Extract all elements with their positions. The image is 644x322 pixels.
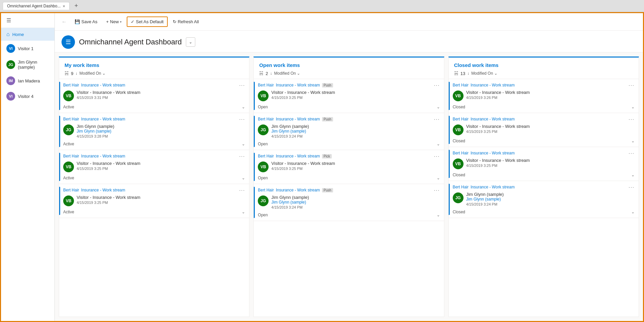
back-button[interactable]: ← — [59, 17, 70, 26]
expand-button[interactable]: ⌄ — [631, 210, 635, 214]
sidebar-item-home[interactable]: ⌂ Home — [1, 28, 54, 41]
expand-button[interactable]: ⌄ — [242, 105, 245, 109]
column-header: My work items ☵ 9 ↓ Modified On ⌄ — [59, 58, 249, 79]
sidebar-item-jimglynn[interactable]: JG Jim Glynn (sample) — [1, 56, 54, 73]
card-accent — [59, 187, 60, 215]
card-body: VB Visitor - Insurance - Work stream 4/1… — [258, 90, 440, 101]
new-button[interactable]: + New ▾ — [103, 17, 126, 27]
sidebar-item-visitor1[interactable]: VI Visitor 1 — [1, 41, 54, 56]
workstream-name[interactable]: Insurance - Work stream — [471, 185, 515, 189]
more-options-button[interactable]: ··· — [629, 184, 635, 190]
item-subtitle[interactable]: Jim Glynn (sample) — [466, 197, 635, 202]
browser-tab[interactable]: Omnichannel Agent Dashbo... ✕ — [3, 2, 70, 10]
item-title: Visitor - Insurance - Work stream — [271, 161, 440, 166]
more-options-button[interactable]: ··· — [434, 116, 440, 122]
workstream-name[interactable]: Insurance - Work stream — [471, 83, 515, 87]
status-badge: Closed — [453, 105, 465, 109]
item-subtitle[interactable]: Jim Glynn (sample) — [77, 129, 245, 134]
expand-button[interactable]: ⌄ — [631, 139, 635, 143]
sort-button[interactable]: Modified On ⌄ — [471, 71, 497, 76]
more-options-button[interactable]: ··· — [239, 116, 245, 122]
hamburger-menu-button[interactable]: ☰ — [1, 13, 54, 28]
sidebar-item-ianmadera[interactable]: IM Ian Madera — [1, 73, 54, 88]
set-as-default-button[interactable]: ✓ Set As Default — [127, 16, 167, 27]
expand-button[interactable]: ⌄ — [631, 105, 635, 109]
expand-button[interactable]: ⌄ — [437, 213, 440, 217]
status-badge: Active — [63, 210, 74, 214]
expand-button[interactable]: ⌄ — [242, 210, 245, 214]
agent-name[interactable]: Bert Hair — [63, 154, 79, 158]
item-info: Jim Glynn (sample) Jim Glynn (sample) 4/… — [77, 124, 245, 138]
item-title: Visitor - Insurance - Work stream — [466, 124, 635, 129]
card-body: VB Visitor - Insurance - Work stream 4/1… — [63, 161, 245, 172]
sort-button[interactable]: Modified On ⌄ — [274, 71, 300, 76]
item-date: 4/15/2019 3:25 PM — [466, 164, 635, 168]
table-row: Bert Hair Insurance - Work stream ··· VB… — [449, 79, 639, 113]
workstream-name[interactable]: Insurance - Work stream — [81, 83, 125, 87]
agent-name[interactable]: Bert Hair — [63, 83, 79, 87]
agent-name[interactable]: Bert Hair — [453, 151, 469, 155]
agent-name[interactable]: Bert Hair — [63, 188, 79, 192]
card-header: Bert Hair Insurance - Work stream Push ·… — [258, 187, 440, 193]
more-options-button[interactable]: ··· — [434, 82, 440, 88]
refresh-all-button[interactable]: ↻ Refresh All — [169, 17, 203, 27]
more-options-button[interactable]: ··· — [239, 153, 245, 159]
agent-name[interactable]: Bert Hair — [258, 117, 274, 121]
add-tab-button[interactable]: + — [72, 2, 81, 10]
table-row: Bert Hair Insurance - Work stream Push ·… — [254, 184, 444, 221]
agent-name[interactable]: Bert Hair — [453, 117, 469, 121]
card-footer: Open ⌄ — [258, 140, 440, 146]
card-footer: Closed ⌄ — [453, 171, 635, 177]
expand-button[interactable]: ⌄ — [631, 173, 635, 177]
expand-button[interactable]: ⌄ — [437, 176, 440, 180]
count-badge: 13 — [460, 71, 465, 76]
sort-button[interactable]: Modified On ⌄ — [79, 71, 106, 76]
more-options-button[interactable]: ··· — [629, 82, 635, 88]
workstream-name[interactable]: Insurance - Work stream — [276, 83, 320, 87]
item-date: 4/15/2019 3:31 PM — [77, 96, 245, 100]
column-title: Closed work items — [454, 62, 633, 68]
more-options-button[interactable]: ··· — [629, 116, 635, 122]
more-options-button[interactable]: ··· — [629, 150, 635, 156]
workstream-name[interactable]: Insurance - Work stream — [471, 117, 515, 121]
expand-button[interactable]: ⌄ — [242, 142, 245, 146]
workstream-name[interactable]: Insurance - Work stream — [276, 117, 320, 121]
agent-name[interactable]: Bert Hair — [453, 185, 469, 189]
card-meta: Bert Hair Insurance - Work stream — [63, 154, 125, 158]
badge: Push — [322, 83, 333, 87]
workstream-name[interactable]: Insurance - Work stream — [471, 151, 515, 155]
app-container: ☰ ⌂ Home VI Visitor 1 JG Jim Glynn (samp… — [0, 12, 644, 322]
table-row: Bert Hair Insurance - Work stream ··· JG… — [59, 113, 249, 150]
table-row: Bert Hair Insurance - Work stream ··· VB… — [449, 147, 639, 181]
workstream-name[interactable]: Insurance - Work stream — [81, 154, 125, 158]
expand-button[interactable]: ⌄ — [242, 176, 245, 180]
item-info: Visitor - Insurance - Work stream 4/15/2… — [466, 90, 635, 100]
card-header: Bert Hair Insurance - Work stream ··· — [63, 153, 245, 159]
save-as-button[interactable]: 💾 Save As — [71, 17, 101, 27]
expand-button[interactable]: ⌄ — [437, 142, 440, 146]
home-icon: ⌂ — [6, 31, 10, 37]
dashboard-dropdown-button[interactable]: ⌄ — [186, 37, 195, 47]
workstream-name[interactable]: Insurance - Work stream — [276, 154, 320, 158]
more-options-button[interactable]: ··· — [239, 82, 245, 88]
more-options-button[interactable]: ··· — [434, 153, 440, 159]
sidebar-item-visitor4[interactable]: VI Visitor 4 — [1, 88, 54, 104]
item-subtitle[interactable]: Jim Glynn (sample) — [271, 200, 440, 205]
agent-name[interactable]: Bert Hair — [258, 83, 274, 87]
more-options-button[interactable]: ··· — [239, 187, 245, 193]
sidebar-items: VI Visitor 1 JG Jim Glynn (sample) IM Ia… — [1, 41, 54, 104]
tab-close-icon[interactable]: ✕ — [63, 4, 65, 8]
workstream-name[interactable]: Insurance - Work stream — [81, 188, 125, 192]
item-subtitle[interactable]: Jim Glynn (sample) — [271, 129, 440, 134]
agent-name[interactable]: Bert Hair — [258, 188, 274, 192]
agent-name[interactable]: Bert Hair — [258, 154, 274, 158]
workstream-name[interactable]: Insurance - Work stream — [81, 117, 125, 121]
avatar: VB — [258, 162, 269, 172]
agent-name[interactable]: Bert Hair — [453, 83, 469, 87]
more-options-button[interactable]: ··· — [434, 187, 440, 193]
expand-button[interactable]: ⌄ — [437, 105, 440, 109]
workstream-name[interactable]: Insurance - Work stream — [276, 188, 320, 192]
new-dropdown-arrow-icon: ▾ — [120, 20, 122, 24]
item-info: Visitor - Insurance - Work stream 4/15/2… — [271, 161, 440, 171]
agent-name[interactable]: Bert Hair — [63, 117, 79, 121]
